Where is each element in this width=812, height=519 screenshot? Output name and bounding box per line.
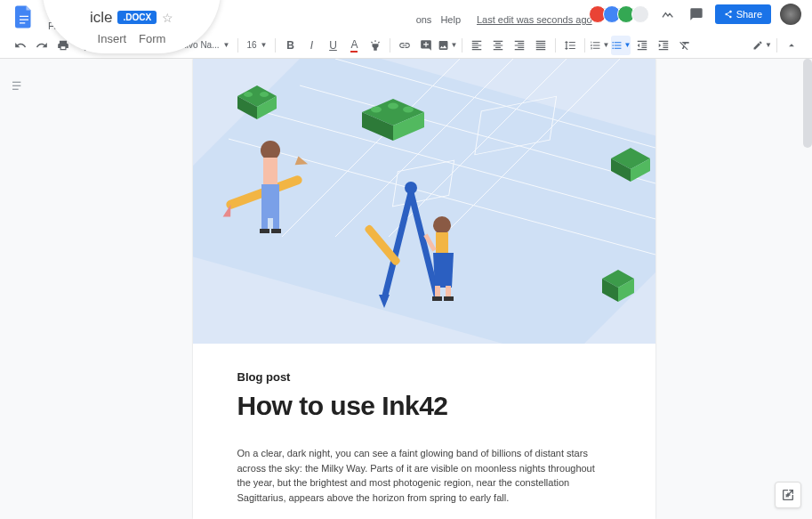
avatar[interactable] bbox=[631, 5, 649, 23]
svg-rect-0 bbox=[12, 82, 20, 83]
svg-point-43 bbox=[405, 182, 417, 194]
align-justify-icon[interactable] bbox=[531, 36, 551, 55]
numbered-list-icon[interactable]: ▼ bbox=[590, 36, 609, 55]
highlight-icon[interactable] bbox=[366, 36, 385, 55]
header-actions: Share bbox=[592, 4, 801, 25]
explore-button[interactable] bbox=[775, 482, 801, 508]
comment-icon[interactable] bbox=[416, 36, 436, 55]
last-edit-info[interactable]: Last edit was seconds ago bbox=[477, 14, 592, 25]
body-paragraph: On a clear, dark night, you can see a fa… bbox=[237, 446, 611, 505]
svg-point-17 bbox=[244, 92, 253, 97]
svg-rect-38 bbox=[273, 215, 279, 231]
svg-rect-49 bbox=[435, 286, 440, 298]
docx-badge: .DOCX bbox=[117, 11, 157, 24]
indent-decrease-icon[interactable] bbox=[632, 36, 652, 55]
post-category: Blog post bbox=[237, 370, 611, 384]
underline-icon[interactable]: U bbox=[323, 36, 342, 55]
svg-rect-47 bbox=[436, 232, 448, 255]
menu-partial[interactable]: ons bbox=[416, 14, 432, 25]
zoom-title-suffix: icle bbox=[90, 9, 113, 27]
align-center-icon[interactable] bbox=[488, 36, 508, 55]
svg-rect-50 bbox=[446, 286, 451, 298]
svg-point-34 bbox=[261, 141, 280, 160]
share-label: Share bbox=[736, 9, 762, 20]
post-headline: How to use Ink42 bbox=[237, 391, 611, 421]
share-button[interactable]: Share bbox=[715, 4, 771, 24]
bold-icon[interactable]: B bbox=[280, 36, 300, 55]
outline-panel bbox=[0, 59, 36, 519]
document-canvas[interactable]: Blog post How to use Ink42 On a clear, d… bbox=[36, 59, 812, 519]
document-content[interactable]: Blog post How to use Ink42 On a clear, d… bbox=[193, 344, 655, 519]
svg-rect-51 bbox=[432, 296, 442, 301]
svg-rect-1 bbox=[12, 85, 20, 86]
redo-icon[interactable] bbox=[32, 36, 52, 55]
svg-point-24 bbox=[403, 107, 414, 113]
svg-rect-2 bbox=[12, 89, 19, 90]
outline-icon[interactable] bbox=[8, 77, 28, 96]
italic-icon[interactable]: I bbox=[301, 36, 321, 55]
image-icon[interactable]: ▼ bbox=[438, 36, 457, 55]
editing-mode-icon[interactable]: ▼ bbox=[752, 36, 772, 55]
svg-marker-48 bbox=[433, 253, 454, 288]
svg-rect-39 bbox=[260, 229, 269, 233]
indent-increase-icon[interactable] bbox=[654, 36, 673, 55]
align-left-icon[interactable] bbox=[467, 36, 486, 55]
svg-rect-52 bbox=[444, 296, 454, 301]
line-spacing-icon[interactable] bbox=[560, 36, 580, 55]
svg-rect-40 bbox=[271, 229, 281, 233]
text-color-icon[interactable]: A bbox=[344, 36, 364, 55]
svg-rect-35 bbox=[263, 158, 277, 184]
link-icon[interactable] bbox=[395, 36, 414, 55]
svg-rect-37 bbox=[261, 215, 268, 231]
collapse-icon[interactable] bbox=[782, 36, 801, 55]
svg-point-18 bbox=[260, 92, 269, 97]
undo-icon[interactable] bbox=[11, 36, 30, 55]
star-icon[interactable]: ☆ bbox=[162, 11, 173, 25]
align-right-icon[interactable] bbox=[510, 36, 529, 55]
scrollbar[interactable] bbox=[803, 59, 812, 148]
collaborator-avatars[interactable] bbox=[592, 5, 649, 23]
svg-point-46 bbox=[433, 216, 451, 234]
hero-illustration bbox=[193, 59, 655, 344]
comments-icon[interactable] bbox=[687, 4, 706, 24]
svg-rect-36 bbox=[261, 184, 279, 218]
svg-point-23 bbox=[388, 103, 398, 109]
menu-insert[interactable]: Insert bbox=[98, 32, 127, 45]
workspace: Blog post How to use Ink42 On a clear, d… bbox=[0, 59, 812, 519]
docs-logo-icon[interactable] bbox=[11, 4, 37, 30]
page: Blog post How to use Ink42 On a clear, d… bbox=[193, 59, 655, 519]
menu-format-partial[interactable]: Form bbox=[139, 32, 165, 45]
fontsize-dropdown[interactable]: 16 ▼ bbox=[243, 38, 270, 52]
activity-icon[interactable] bbox=[658, 4, 678, 24]
bullet-list-icon[interactable]: ▼ bbox=[611, 36, 631, 55]
clear-format-icon[interactable] bbox=[675, 36, 695, 55]
menu-help[interactable]: Help bbox=[440, 14, 461, 25]
profile-avatar[interactable] bbox=[780, 4, 801, 25]
svg-point-22 bbox=[371, 107, 382, 113]
